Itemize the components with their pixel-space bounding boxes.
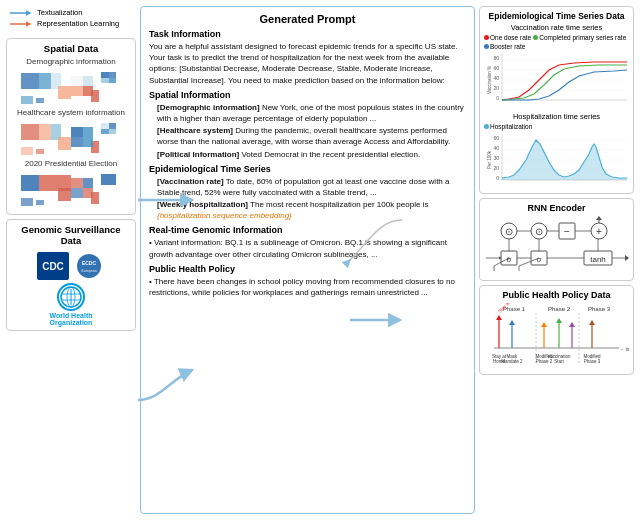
spatial-bullet-2-label: [Healthcare system] xyxy=(157,126,233,135)
who-logo xyxy=(57,283,85,311)
ecdc-logo: ECDC European xyxy=(73,252,105,280)
epi-time-series-box: Epidemiological Time Series Data Vaccina… xyxy=(479,6,634,194)
election-map xyxy=(11,170,131,208)
svg-marker-86 xyxy=(596,216,602,220)
cdc-logo: CDC xyxy=(37,252,69,280)
one-dose-dot xyxy=(484,35,489,40)
legend-booster: Booster rate xyxy=(484,43,525,50)
svg-text:60: 60 xyxy=(493,135,499,141)
rnn-svg: ⊙ ⊙ − + xyxy=(484,216,629,276)
svg-rect-11 xyxy=(39,73,51,89)
vacc-chart: 80 60 40 20 0 Vaccination % xyxy=(484,52,629,107)
svg-rect-18 xyxy=(39,124,51,140)
vacc-legend: One dose rate Completed primary series r… xyxy=(484,34,629,50)
svg-text:European: European xyxy=(81,269,96,273)
svg-rect-6 xyxy=(71,76,83,86)
textualization-label: Textualization xyxy=(37,8,82,17)
representation-label: Representation Learning xyxy=(37,19,119,28)
genomic-info-text: • Variant information: BQ.1 is a subline… xyxy=(149,237,466,259)
spatial-bullet-3-label: [Political Information] xyxy=(157,150,239,159)
prompt-title: Generated Prompt xyxy=(149,13,466,25)
spatial-bullet-1: [Demographic information] New York, one … xyxy=(149,102,466,124)
svg-marker-122 xyxy=(556,318,562,323)
genomic-box: Genomic Surveillance Data CDC ECDC Europ… xyxy=(6,219,136,331)
policy-chart-svg: Phase 1 Phase 2 Phase 3 Stay at Home xyxy=(484,303,629,368)
legend-hospitalization: Hospitalization xyxy=(484,123,532,130)
svg-rect-17 xyxy=(21,124,39,140)
svg-rect-42 xyxy=(21,198,33,206)
spatial-info-title: Spatial Information xyxy=(149,90,466,100)
hosp-chart-title: Hospitalization time series xyxy=(484,112,629,121)
svg-rect-4 xyxy=(101,78,109,83)
svg-text:20: 20 xyxy=(493,165,499,171)
svg-text:30: 30 xyxy=(493,155,499,161)
demographic-label: Demographic information xyxy=(11,57,131,66)
svg-text:Phase 2: Phase 2 xyxy=(548,306,571,312)
svg-marker-126 xyxy=(589,320,595,325)
representation-legend: Representation Learning xyxy=(10,19,132,28)
task-info-title: Task Information xyxy=(149,29,466,39)
who-section: World HealthOrganization xyxy=(49,283,92,326)
svg-text:σ: σ xyxy=(537,255,542,264)
svg-rect-22 xyxy=(101,123,109,129)
svg-rect-23 xyxy=(109,123,116,129)
svg-marker-118 xyxy=(509,320,515,325)
vacc-chart-title: Vaccination rate time series xyxy=(484,23,629,32)
svg-rect-5 xyxy=(109,78,116,83)
spatial-bullet-2: [Healthcare system] During the pandemic,… xyxy=(149,125,466,147)
right-column: Epidemiological Time Series Data Vaccina… xyxy=(479,6,634,514)
prompt-box: Generated Prompt Task Information You ar… xyxy=(140,6,475,514)
svg-marker-115 xyxy=(496,315,502,320)
svg-text:20: 20 xyxy=(493,85,499,91)
svg-text:Mandate 2: Mandate 2 xyxy=(501,359,523,364)
svg-rect-16 xyxy=(36,98,44,103)
svg-text:80: 80 xyxy=(493,55,499,61)
svg-text:⊙: ⊙ xyxy=(535,226,543,237)
svg-rect-13 xyxy=(58,86,71,99)
healthcare-label: Healthcare system information xyxy=(11,108,131,117)
svg-text:−: − xyxy=(564,226,570,237)
spatial-bullet-3: [Political Information] Voted Democrat i… xyxy=(149,149,466,160)
svg-rect-15 xyxy=(21,96,33,104)
textualization-legend: Textualization xyxy=(10,8,132,17)
genomic-title: Genomic Surveillance Data xyxy=(11,224,131,246)
legend-area: Textualization Representation Learning xyxy=(6,6,136,30)
task-info-text: You are a helpful assistant designed to … xyxy=(149,41,466,86)
svg-rect-32 xyxy=(21,175,39,191)
svg-rect-8 xyxy=(71,86,83,96)
legend-one-dose: One dose rate xyxy=(484,34,531,41)
hosp-label: Hospitalization xyxy=(490,123,532,130)
genomic-info-title: Real-time Genomic Information xyxy=(149,225,466,235)
election-label: 2020 Presidential Election xyxy=(11,159,131,168)
epi-highlight: {hospitalization sequence embedding} xyxy=(157,211,292,220)
svg-text:60: 60 xyxy=(493,65,499,71)
epi-bullet-1-label: [Vaccination rate] xyxy=(157,177,224,186)
genomic-logos: CDC ECDC European xyxy=(37,252,105,280)
svg-text:Start: Start xyxy=(554,359,564,364)
representation-arrow xyxy=(10,21,34,27)
svg-rect-35 xyxy=(71,188,83,198)
svg-text:tanh: tanh xyxy=(590,255,606,264)
spatial-bullet-3-text: Voted Democrat in the recent presidentia… xyxy=(239,150,420,159)
left-column: Textualization Representation Learning S… xyxy=(6,6,136,514)
one-dose-label: One dose rate xyxy=(490,34,531,41)
svg-text:0: 0 xyxy=(496,95,499,101)
svg-rect-14 xyxy=(91,90,99,102)
svg-rect-10 xyxy=(21,73,39,89)
svg-point-44 xyxy=(77,254,101,278)
svg-rect-26 xyxy=(58,137,71,150)
demographic-map xyxy=(11,68,131,106)
svg-text:σ: σ xyxy=(507,255,512,264)
rnn-diagram: ⊙ ⊙ − + xyxy=(484,216,629,276)
svg-rect-43 xyxy=(36,200,44,205)
spatial-data-box: Spatial Data Demographic information xyxy=(6,38,136,215)
svg-rect-38 xyxy=(71,178,83,188)
who-label: World HealthOrganization xyxy=(49,312,92,326)
svg-rect-21 xyxy=(83,127,93,137)
healthcare-map xyxy=(11,119,131,157)
svg-rect-7 xyxy=(83,76,93,86)
svg-rect-2 xyxy=(101,72,109,78)
svg-rect-25 xyxy=(109,129,116,134)
epi-bullet-2: [Weekly hospitalization] The most recent… xyxy=(149,199,466,221)
epi-section-title: Epidemiological Time Series Data xyxy=(484,11,629,21)
